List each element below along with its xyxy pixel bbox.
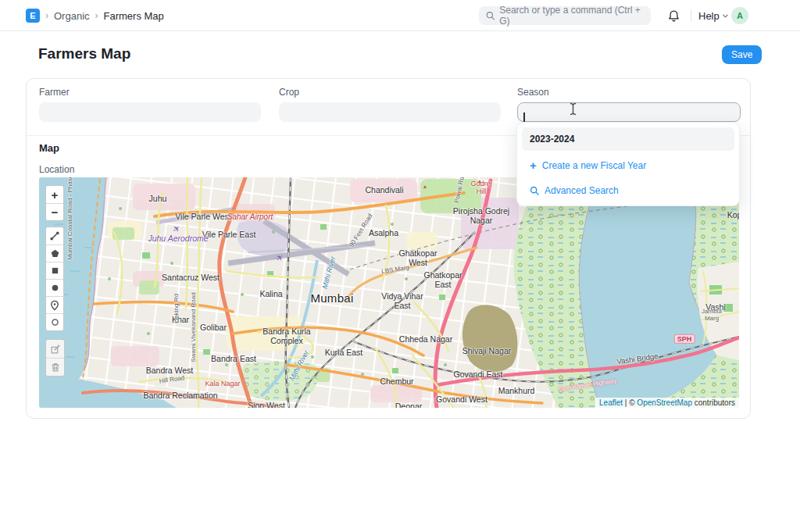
edit-layers-button[interactable] xyxy=(46,340,64,358)
attribution-suffix: contributors xyxy=(692,398,735,407)
search-icon xyxy=(530,186,539,195)
draw-rectangle-button[interactable] xyxy=(46,262,63,279)
delete-layers-button[interactable] xyxy=(46,358,64,376)
crop-input[interactable] xyxy=(279,102,501,122)
chevron-down-icon xyxy=(722,12,729,20)
crop-field: Crop xyxy=(279,87,501,122)
location-label: Location xyxy=(39,164,74,175)
draw-polyline-button[interactable] xyxy=(46,227,63,245)
advanced-search-label: Advanced Search xyxy=(545,185,619,196)
farmer-input[interactable] xyxy=(39,102,261,122)
season-input[interactable] xyxy=(517,102,741,122)
edit-toolbar xyxy=(45,339,65,377)
help-menu[interactable]: Help xyxy=(698,10,729,22)
zoom-control: + − xyxy=(45,185,64,221)
breadcrumb-farmers-map[interactable]: Farmers Map xyxy=(104,10,164,22)
notifications-bell-icon[interactable] xyxy=(667,9,680,23)
dropdown-option-2023-2024[interactable]: 2023-2024 xyxy=(522,127,734,151)
circle-icon xyxy=(50,283,60,293)
map-tiles xyxy=(39,177,739,408)
plus-icon: + xyxy=(530,159,537,171)
create-fiscal-year-action[interactable]: + Create a new Fiscal Year xyxy=(522,155,734,176)
leaflet-map[interactable]: JuhuVile Parle WestSahar AirportVile Par… xyxy=(39,177,739,408)
circlemarker-icon xyxy=(50,317,60,327)
marker-pin-icon xyxy=(49,300,60,311)
trash-icon xyxy=(50,362,61,373)
openstreetmap-link[interactable]: OpenStreetMap xyxy=(637,398,692,407)
draw-circlemarker-button[interactable] xyxy=(46,313,63,330)
crop-label: Crop xyxy=(279,87,501,98)
search-placeholder: Search or type a command (Ctrl + G) xyxy=(499,5,644,27)
breadcrumb: › Organic › Farmers Map xyxy=(45,0,164,31)
page-title: Farmers Map xyxy=(38,45,130,62)
leaflet-link[interactable]: Leaflet xyxy=(599,398,623,407)
global-search-input[interactable]: Search or type a command (Ctrl + G) xyxy=(479,6,651,25)
season-dropdown: 2023-2024 + Create a new Fiscal Year Adv… xyxy=(516,122,740,206)
save-button[interactable]: Save xyxy=(722,45,762,64)
season-label: Season xyxy=(517,87,741,98)
draw-polygon-button[interactable] xyxy=(46,245,63,262)
navbar: E › Organic › Farmers Map Search or type… xyxy=(0,0,800,31)
chevron-right-icon: › xyxy=(45,10,48,21)
draw-toolbar xyxy=(45,227,64,331)
map-section-title: Map xyxy=(39,142,59,154)
farmer-field: Farmer xyxy=(39,87,261,122)
navbar-divider xyxy=(691,9,691,22)
advanced-search-action[interactable]: Advanced Search xyxy=(522,180,734,201)
create-fiscal-year-label: Create a new Fiscal Year xyxy=(542,160,646,171)
rectangle-icon xyxy=(50,266,60,276)
polygon-icon xyxy=(50,248,60,259)
draw-circle-button[interactable] xyxy=(46,279,63,296)
search-icon xyxy=(486,11,495,20)
zoom-in-button[interactable]: + xyxy=(46,186,63,203)
edit-pencil-icon xyxy=(50,344,61,355)
app-logo[interactable]: E xyxy=(26,9,40,23)
season-field: Season xyxy=(517,87,741,122)
breadcrumb-organic[interactable]: Organic xyxy=(54,10,90,22)
farmer-label: Farmer xyxy=(39,87,261,98)
draw-marker-button[interactable] xyxy=(46,296,63,313)
map-attribution: Leaflet | © OpenStreetMap contributors xyxy=(595,398,739,408)
chevron-right-icon: › xyxy=(95,10,98,21)
polyline-icon xyxy=(49,230,60,241)
user-avatar[interactable]: A xyxy=(731,7,748,24)
zoom-out-button[interactable]: − xyxy=(46,203,63,220)
help-label: Help xyxy=(698,10,720,22)
attribution-sep: | © xyxy=(623,398,637,407)
